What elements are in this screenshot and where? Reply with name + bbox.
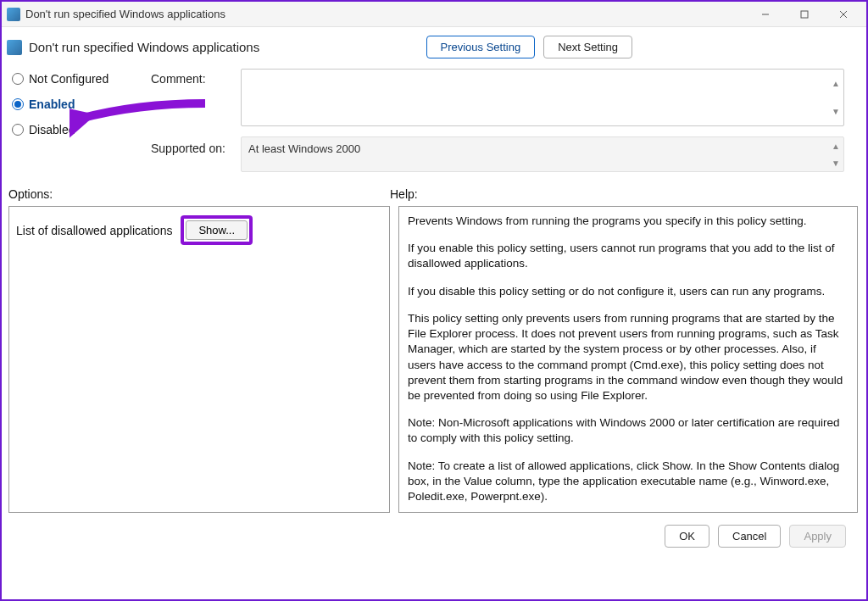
help-text: If you enable this policy setting, users… [408,241,845,271]
previous-setting-button[interactable]: Previous Setting [426,36,536,58]
help-text: Note: To create a list of allowed applic… [408,459,845,505]
show-button-highlight: Show... [181,215,253,245]
close-button[interactable] [824,3,863,26]
help-pane[interactable]: Prevents Windows from running the progra… [398,206,858,513]
dialog-footer: OK Cancel Apply [2,513,866,548]
radio-enabled-label: Enabled [29,97,75,111]
state-grid: Not Configured Enabled Disabled Comment:… [2,62,866,172]
svg-rect-1 [801,11,808,18]
comment-scroll-up[interactable]: ▲ [828,70,843,97]
radio-disabled-label: Disabled [29,123,75,136]
cancel-button[interactable]: Cancel [718,525,781,548]
minimize-button[interactable] [746,3,785,26]
supported-on-value-box: At least Windows 2000 ▲ ▼ [241,136,844,172]
next-setting-button[interactable]: Next Setting [543,36,632,58]
comment-textarea[interactable]: ▲ ▼ [241,69,844,126]
supported-on-value: At least Windows 2000 [248,142,360,155]
window-title: Don't run specified Windows applications [25,8,746,20]
help-text: Note: Non-Microsoft applications with Wi… [408,415,845,446]
ok-button[interactable]: OK [665,525,709,548]
options-pane: List of disallowed applications Show... [8,206,390,513]
help-text: This policy setting only prevents users … [408,311,845,403]
help-label: Help: [390,187,858,201]
radio-disabled[interactable]: Disabled [12,123,146,136]
apply-button[interactable]: Apply [789,525,846,548]
title-bar: Don't run specified Windows applications [2,2,866,27]
app-icon [7,8,20,21]
radio-not-configured-label: Not Configured [29,72,108,86]
options-label: Options: [8,187,390,201]
supported-on-label: Supported on: [151,136,236,155]
header-row: Don't run specified Windows applications… [2,27,866,62]
supported-scroll-down[interactable]: ▼ [828,154,843,171]
disallowed-apps-label: List of disallowed applications [16,224,172,237]
help-text: If you disable this policy setting or do… [408,284,845,299]
maximize-button[interactable] [785,3,824,26]
radio-enabled[interactable]: Enabled [12,97,146,111]
policy-title: Don't run specified Windows applications [29,40,259,54]
show-button[interactable]: Show... [186,220,248,240]
comment-scroll-down[interactable]: ▼ [828,97,843,125]
policy-icon [7,40,22,55]
supported-scroll-up[interactable]: ▲ [828,137,843,154]
radio-not-configured[interactable]: Not Configured [12,72,146,86]
comment-label: Comment: [151,69,236,86]
help-text: Prevents Windows from running the progra… [408,214,845,229]
